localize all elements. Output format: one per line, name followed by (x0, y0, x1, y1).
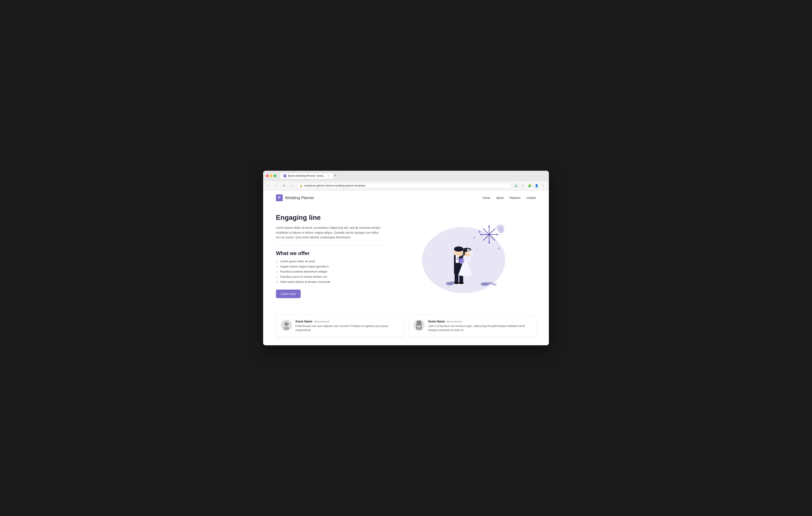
forward-button[interactable]: → (273, 183, 279, 189)
hero-section: Engaging line Lorem ipsum dolor sit amet… (263, 205, 549, 311)
browser-window: P Bulma Wedding Planner Templ... ✕ + ← →… (263, 171, 549, 345)
hero-title: Engaging line (276, 214, 382, 221)
offer-title: What we offer (276, 250, 382, 256)
svg-point-48 (284, 322, 289, 326)
hero-illustration (391, 217, 536, 294)
svg-rect-28 (455, 273, 459, 282)
traffic-lights (266, 174, 277, 177)
tab-title: Bulma Wedding Planner Templ... (288, 174, 325, 177)
avatar-2 (413, 320, 425, 331)
offer-item-1: Lorem ipsum dolor sit amet (280, 260, 315, 263)
nav-home[interactable]: home (483, 196, 490, 199)
active-tab[interactable]: P Bulma Wedding Planner Templ... ✕ (280, 173, 333, 179)
site-brand: P Wedding Planner (276, 194, 314, 201)
url-text: restylianos.github.io/bulma-wedding-plan… (304, 184, 365, 187)
offer-list: ✓ Lorem ipsum dolor sit amet ✓ Augue mau… (276, 260, 382, 283)
svg-point-31 (459, 282, 464, 284)
learn-more-button[interactable]: Learn more (276, 290, 301, 298)
offer-item-3: Faucibus pulvinar elementum integer (280, 270, 327, 273)
testimonial-author-2: Some Name @somename (428, 320, 531, 323)
avatar-1 (281, 320, 292, 331)
svg-point-10 (480, 234, 482, 235)
nav-features[interactable]: features (510, 196, 521, 199)
check-icon: ✓ (276, 265, 279, 268)
hero-svg (417, 217, 511, 294)
list-item: ✓ Ante metus dictum at tempor commodo (276, 280, 382, 283)
divider (276, 245, 382, 245)
toolbar-actions: 📡 ☆ 🧩 👤 ⋮ (513, 183, 546, 189)
check-icon: ✓ (276, 260, 279, 263)
browser-titlebar: P Bulma Wedding Planner Templ... ✕ + (263, 171, 549, 181)
menu-button[interactable]: ⋮ (540, 183, 546, 189)
minimize-button[interactable] (270, 174, 272, 177)
lock-icon: 🔒 (299, 184, 302, 187)
page-content: P Wedding Planner home about features co… (263, 191, 549, 345)
site-nav-links: home about features contact (483, 196, 536, 199)
svg-point-17 (473, 237, 475, 239)
offer-item-2: Augue mauris augue neque gravida in (280, 265, 329, 268)
hero-content: Engaging line Lorem ipsum dolor sit amet… (276, 214, 382, 298)
close-button[interactable] (266, 174, 269, 177)
check-icon: ✓ (276, 280, 279, 283)
list-item: ✓ Faucibus purus in massa tempor nec (276, 275, 382, 278)
offer-item-5: Ante metus dictum at tempor commodo (280, 280, 330, 283)
svg-rect-40 (463, 250, 465, 255)
svg-point-12 (494, 228, 496, 229)
tab-favicon: P (283, 174, 286, 177)
testimonial-handle-2: @somename (447, 320, 462, 323)
testimonial-handle-1: @somename (314, 320, 329, 323)
nav-contact[interactable]: contact (526, 196, 536, 199)
testimonial-section: Some Name @somename Pellentesque nec nam… (263, 311, 549, 345)
bookmark-button[interactable]: ☆ (520, 183, 526, 189)
svg-point-33 (454, 246, 463, 252)
svg-point-9 (496, 234, 498, 235)
svg-point-25 (487, 282, 493, 284)
svg-line-4 (489, 229, 494, 235)
extensions-button[interactable]: 🧩 (527, 183, 533, 189)
check-icon: ✓ (276, 275, 279, 278)
svg-point-14 (494, 240, 496, 241)
home-button[interactable]: ⌂ (289, 183, 295, 189)
site-navbar: P Wedding Planner home about features co… (263, 191, 549, 205)
svg-rect-49 (284, 327, 289, 330)
back-button[interactable]: ← (266, 183, 272, 189)
list-item: ✓ Lorem ipsum dolor sit amet (276, 260, 382, 263)
svg-point-18 (498, 247, 500, 249)
address-bar[interactable]: 🔒 restylianos.github.io/bulma-wedding-pl… (296, 183, 511, 188)
hero-description: Lorem ipsum dolor sit amet, consectetur … (276, 225, 382, 240)
testimonial-body-1: Some Name @somename Pellentesque nec nam… (295, 320, 399, 332)
brand-icon: P (276, 194, 283, 201)
testimonial-text-2: Libero id faucibus nisl tincidunt eget. … (428, 324, 531, 332)
maximize-button[interactable] (274, 174, 277, 177)
tab-close-icon[interactable]: ✕ (327, 174, 330, 177)
list-item: ✓ Faucibus pulvinar elementum integer (276, 270, 382, 273)
list-item: ✓ Augue mauris augue neque gravida in (276, 265, 382, 268)
offer-item-4: Faucibus purus in massa tempor nec (280, 275, 327, 278)
browser-toolbar: ← → ↻ ⌂ 🔒 restylianos.github.io/bulma-we… (263, 181, 549, 191)
nav-about[interactable]: about (496, 196, 504, 199)
svg-point-30 (454, 282, 459, 284)
testimonial-text-1: Pellentesque nec nam aliquam sem et tort… (295, 324, 399, 332)
svg-point-45 (460, 260, 462, 262)
check-icon: ✓ (276, 270, 279, 273)
testimonial-card-1: Some Name @somename Pellentesque nec nam… (276, 315, 403, 337)
cast-button[interactable]: 📡 (513, 183, 519, 189)
svg-point-19 (477, 249, 478, 250)
brand-name: Wedding Planner (285, 196, 314, 200)
svg-point-11 (488, 242, 490, 244)
svg-point-26 (492, 283, 497, 286)
svg-point-13 (483, 228, 484, 229)
testimonial-card-2: Some Name @somename Libero id faucibus n… (409, 315, 536, 337)
svg-point-15 (483, 240, 484, 241)
profile-button[interactable]: 👤 (533, 183, 540, 189)
testimonial-body-2: Some Name @somename Libero id faucibus n… (428, 320, 531, 332)
svg-point-46 (461, 260, 463, 262)
svg-point-8 (488, 225, 490, 227)
testimonial-author-1: Some Name @somename (295, 320, 399, 323)
new-tab-button[interactable]: + (333, 173, 338, 179)
tab-bar: P Bulma Wedding Planner Templ... ✕ + (280, 173, 546, 179)
reload-button[interactable]: ↻ (281, 183, 287, 189)
